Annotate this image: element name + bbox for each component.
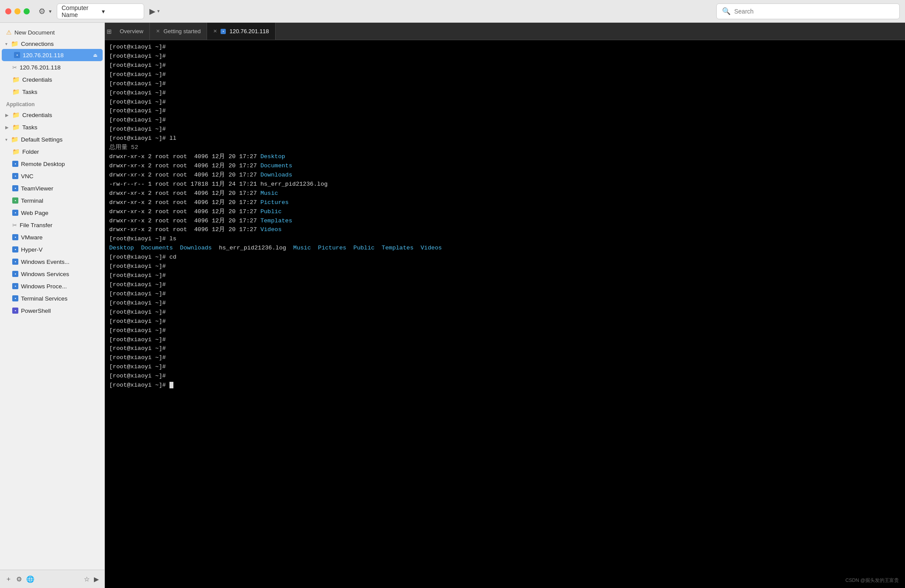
term-line: [root@xiaoyi ~]# [109,308,901,317]
sidebar-item-default-settings[interactable]: ▾ 📁 Default Settings [0,133,104,145]
sidebar-item-windows-services[interactable]: ▪ Windows Services [0,268,104,280]
computer-name-dropdown[interactable]: Computer Name ▾ [57,3,144,19]
term-line: [root@xiaoyi ~]# [109,353,901,363]
sidebar-item-file-transfer[interactable]: ✂ File Transfer [0,219,104,231]
term-line-dir6: drwxr-xr-x 2 root root 4096 12月 20 17:27… [109,208,901,217]
teamviewer-icon: ▪ [12,185,18,191]
credentials-folder-icon: 📁 [12,76,20,83]
sidebar-item-terminal-services[interactable]: ▪ Terminal Services [0,292,104,304]
connection-close-icon[interactable]: ✕ [213,28,217,34]
term-line-ls: [root@xiaoyi ~]# ls [109,235,901,244]
sidebar-item-folder[interactable]: 📁 Folder [0,145,104,158]
windows-events-icon: ▪ [12,259,18,265]
term-line-ll: [root@xiaoyi ~]# ll [109,134,901,143]
toolbar-left: ⚙ ▾ [38,7,52,16]
sidebar-item-vnc[interactable]: ▪ VNC [0,170,104,182]
term-line: [root@xiaoyi ~]# [109,326,901,336]
folder-label: Folder [22,149,39,155]
connections-caret-icon: ▾ [5,42,7,46]
sidebar-bottom: ＋ ⚙ 🌐 ☆ ▶ [0,570,104,588]
settings-bottom-icon[interactable]: ⚙ [16,575,22,583]
term-line-dir4: drwxr-xr-x 2 root root 4096 12月 20 17:27… [109,189,901,198]
term-line: [root@xiaoyi ~]# [109,271,901,280]
sidebar-item-remote-desktop[interactable]: ▪ Remote Desktop [0,158,104,170]
terminal-icon: ▪ [14,52,20,58]
sidebar-item-terminal[interactable]: ▪ Terminal [0,194,104,207]
tab-getting-started[interactable]: ✕ Getting started [150,23,207,40]
tab-connection[interactable]: ✕ ▪ 120.76.201.118 [207,23,275,40]
terminal-services-icon: ▪ [12,295,18,301]
chevron-down-icon[interactable]: ▾ [49,8,52,14]
term-line: [root@xiaoyi ~]# [109,299,901,308]
getting-started-close-icon[interactable]: ✕ [156,28,160,34]
minimize-button[interactable] [14,8,21,14]
sidebar-item-credentials-top[interactable]: 📁 Credentials [0,73,104,86]
sidebar-bottom-left: ＋ ⚙ 🌐 [5,575,35,583]
tab-connection-label: 120.76.201.118 [229,28,269,35]
play-bottom-icon[interactable]: ▶ [94,575,99,583]
search-input[interactable] [734,8,894,15]
credentials-label: Credentials [22,112,52,118]
sidebar-connections-group[interactable]: ▾ 📁 Connections [0,38,104,49]
term-line-ls-output: Desktop Documents Downloads hs_err_pid21… [109,244,901,253]
sidebar-item-windows-events[interactable]: ▪ Windows Events... [0,256,104,268]
search-icon: 🔍 [722,7,731,15]
new-document-button[interactable]: ⚠ New Document [0,26,104,38]
term-line-dir1: drwxr-xr-x 2 root root 4096 12月 20 17:27… [109,152,901,162]
settings-icon[interactable]: ⚙ [38,7,45,16]
sidebar-item-windows-processes[interactable]: ▪ Windows Proce... [0,280,104,292]
play-button[interactable]: ▶ ▾ [149,7,160,16]
caret-icon: ▶ [5,113,9,118]
sidebar-item-connection1-active[interactable]: ▪ 120.76.201.118 ⏏ [2,49,103,61]
search-bar[interactable]: 🔍 [716,3,900,19]
windows-services-label: Windows Services [21,271,69,277]
cursor [169,382,173,388]
default-folder-icon: 📁 [11,136,18,143]
sidebar-item-vmware[interactable]: ▪ VMware [0,231,104,243]
vmware-icon: ▪ [12,234,18,240]
windows-services-icon: ▪ [12,271,18,277]
terminal-content[interactable]: [root@xiaoyi ~]# [root@xiaoyi ~]# [root@… [105,40,905,588]
play-icon: ▶ [149,7,155,16]
sidebar-bottom-right: ☆ ▶ [84,575,99,583]
sidebar-item-connection1-alt[interactable]: ✂ 120.76.201.118 [0,61,104,73]
sidebar-item-powershell[interactable]: ▪ PowerShell [0,304,104,317]
tasks-folder-icon: 📁 [12,88,20,95]
term-line: [root@xiaoyi ~]# [109,61,901,70]
connection1-alt-label: 120.76.201.118 [20,64,61,71]
sidebar-item-teamviewer[interactable]: ▪ TeamViewer [0,182,104,194]
main: ⚠ New Document ▾ 📁 Connections ▪ 120.76.… [0,23,905,588]
term-line: [root@xiaoyi ~]# [109,89,901,98]
traffic-lights [5,8,30,14]
tab-overview-label: Overview [120,28,143,35]
term-line: [root@xiaoyi ~]# [109,344,901,353]
default-caret-icon: ▾ [5,137,7,142]
default-settings-label: Default Settings [21,136,62,143]
sidebar-item-hyper-v[interactable]: ▪ Hyper-V [0,243,104,256]
maximize-button[interactable] [24,8,30,14]
sidebar-item-tasks[interactable]: ▶ 📁 Tasks [0,121,104,133]
credentials-top-label: Credentials [22,76,52,83]
star-icon[interactable]: ☆ [84,575,90,583]
warning-icon: ⚠ [6,29,12,36]
term-line: [root@xiaoyi ~]# [109,280,901,290]
add-button[interactable]: ＋ [5,575,12,583]
web-page-label: Web Page [21,210,48,216]
sidebar: ⚠ New Document ▾ 📁 Connections ▪ 120.76.… [0,23,105,588]
term-line: [root@xiaoyi ~]# [109,98,901,107]
globe-icon[interactable]: 🌐 [26,575,35,583]
hyper-v-label: Hyper-V [21,246,43,253]
application-section-header: Application [0,98,104,109]
powershell-icon: ▪ [12,308,18,314]
sidebar-item-credentials[interactable]: ▶ 📁 Credentials [0,109,104,121]
sidebar-item-tasks-top[interactable]: 📁 Tasks [0,86,104,98]
term-line-dir8: drwxr-xr-x 2 root root 4096 12月 20 17:27… [109,225,901,235]
term-line: [root@xiaoyi ~]# [109,107,901,116]
watermark: CSDN @掘头发的王富贵 [846,577,899,584]
tab-overview[interactable]: Overview [114,23,150,40]
tasks-folder-icon2: 📁 [12,124,20,131]
play-chevron-icon: ▾ [157,8,160,14]
sidebar-item-web-page[interactable]: ▪ Web Page [0,207,104,219]
close-button[interactable] [5,8,11,14]
terminal-label: Terminal [21,197,43,204]
